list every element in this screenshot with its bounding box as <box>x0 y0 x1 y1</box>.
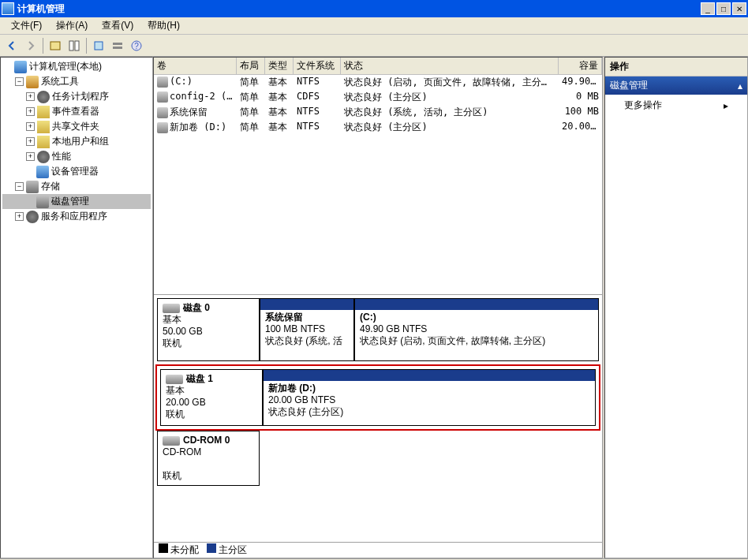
part-status: 状态良好 (系统, 活 <box>265 335 349 347</box>
menu-action[interactable]: 操作(A) <box>50 18 94 33</box>
vol-fs: NTFS <box>294 105 341 120</box>
menu-file[interactable]: 文件(F) <box>5 18 48 33</box>
partition-system-reserved[interactable]: 系统保留 100 MB NTFS 状态良好 (系统, 活 <box>260 298 354 361</box>
expand-icon[interactable]: + <box>26 122 35 131</box>
tree-label: 服务和应用程序 <box>41 210 107 223</box>
tree-disk-management[interactable]: 磁盘管理 <box>2 194 151 209</box>
partition-bar <box>264 370 595 381</box>
tree-device-manager[interactable]: 设备管理器 <box>2 164 151 179</box>
volume-icon <box>157 122 168 133</box>
col-layout[interactable]: 布局 <box>237 58 265 74</box>
disk-title: 磁盘 1 <box>186 373 213 384</box>
collapse-icon[interactable]: − <box>15 182 24 191</box>
disk-row-cdrom[interactable]: CD-ROM 0 CD-ROM 联机 <box>157 431 599 486</box>
event-icon <box>37 106 50 118</box>
col-type[interactable]: 类型 <box>265 58 294 74</box>
disk-graphical-view[interactable]: 磁盘 0 基本 50.00 GB 联机 系统保留 100 MB NTFS 状态良… <box>154 294 602 542</box>
vol-capacity: 100 MB <box>559 105 602 120</box>
expand-icon[interactable]: + <box>26 137 35 146</box>
toolbar-btn-2[interactable] <box>65 37 83 54</box>
maximize-button[interactable]: □ <box>716 2 731 15</box>
volume-row[interactable]: (C:) 简单 基本 NTFS 状态良好 (启动, 页面文件, 故障转储, 主分… <box>154 75 602 90</box>
tree-task-scheduler[interactable]: +任务计划程序 <box>2 89 151 104</box>
menu-help[interactable]: 帮助(H) <box>141 18 186 33</box>
nav-tree[interactable]: 计算机管理(本地) −系统工具 +任务计划程序 +事件查看器 +共享文件夹 +本… <box>0 57 153 558</box>
col-capacity[interactable]: 容量 <box>559 58 602 74</box>
vol-capacity: 49.90 GB <box>559 75 602 90</box>
tree-storage[interactable]: −存储 <box>2 179 151 194</box>
svg-rect-4 <box>113 43 122 45</box>
minimize-button[interactable]: _ <box>701 2 715 15</box>
vol-layout: 简单 <box>237 90 265 105</box>
part-size: 100 MB NTFS <box>265 323 349 335</box>
tree-label: 共享文件夹 <box>52 120 99 133</box>
expand-icon[interactable]: + <box>26 92 35 101</box>
device-icon <box>36 166 49 178</box>
vol-type: 基本 <box>265 90 294 105</box>
part-size: 49.90 GB NTFS <box>360 323 593 335</box>
menu-view[interactable]: 查看(V) <box>95 18 140 33</box>
part-title: (C:) <box>360 312 593 323</box>
tools-icon <box>26 76 39 88</box>
forward-button[interactable] <box>22 37 39 54</box>
vol-status: 状态良好 (主分区) <box>341 120 559 135</box>
partition-bar <box>355 299 598 310</box>
vol-status: 状态良好 (启动, 页面文件, 故障转储, 主分区) <box>341 75 559 90</box>
vol-name: (C:) <box>170 76 193 87</box>
vol-type: 基本 <box>265 120 294 135</box>
tree-system-tools[interactable]: −系统工具 <box>2 74 151 89</box>
legend-swatch-primary <box>207 543 216 553</box>
svg-rect-1 <box>69 41 73 50</box>
col-volume[interactable]: 卷 <box>154 58 237 74</box>
tree-label: 存储 <box>41 180 60 193</box>
tree-label: 性能 <box>52 150 71 163</box>
disk-row-1[interactable]: 磁盘 1 基本 20.00 GB 联机 新加卷 (D:) 20.00 GB NT… <box>157 366 599 429</box>
expand-icon[interactable]: + <box>26 107 35 116</box>
disk-state: 联机 <box>166 409 257 420</box>
volume-icon <box>157 91 168 103</box>
svg-text:?: ? <box>134 42 139 50</box>
expand-icon[interactable]: + <box>15 212 24 221</box>
volume-row[interactable]: 新加卷 (D:) 简单 基本 NTFS 状态良好 (主分区) 20.00 GB <box>154 120 602 135</box>
disk-size: 20.00 GB <box>166 397 257 409</box>
volume-row[interactable]: 系统保留 简单 基本 NTFS 状态良好 (系统, 活动, 主分区) 100 M… <box>154 105 602 120</box>
col-filesystem[interactable]: 文件系统 <box>294 58 341 74</box>
actions-pane: 操作 磁盘管理 ▴ 更多操作 ▸ <box>604 57 748 558</box>
tree-label: 设备管理器 <box>51 165 99 178</box>
back-button[interactable] <box>3 37 21 54</box>
disk-basic: 基本 <box>163 314 254 326</box>
tree-local-users[interactable]: +本地用户和组 <box>2 134 151 149</box>
storage-icon <box>26 181 39 193</box>
disk-sub: CD-ROM <box>163 446 254 458</box>
actions-more[interactable]: 更多操作 ▸ <box>605 95 747 116</box>
tree-shared-folders[interactable]: +共享文件夹 <box>2 119 151 134</box>
disk-size: 50.00 GB <box>163 326 254 338</box>
disk-basic: 基本 <box>166 385 257 397</box>
expand-icon[interactable]: + <box>26 152 35 161</box>
toolbar-separator <box>86 38 87 54</box>
partition-c[interactable]: (C:) 49.90 GB NTFS 状态良好 (启动, 页面文件, 故障转储,… <box>354 298 599 361</box>
partition-d[interactable]: 新加卷 (D:) 20.00 GB NTFS 状态良好 (主分区) <box>263 369 596 426</box>
disk-row-0[interactable]: 磁盘 0 基本 50.00 GB 联机 系统保留 100 MB NTFS 状态良… <box>157 298 599 361</box>
volume-icon <box>157 77 168 88</box>
tree-root[interactable]: 计算机管理(本地) <box>2 59 151 74</box>
perf-icon <box>37 151 50 163</box>
volume-row[interactable]: config-2 (Z:) 简单 基本 CDFS 状态良好 (主分区) 0 MB <box>154 90 602 105</box>
users-icon <box>37 136 50 148</box>
tree-services[interactable]: +服务和应用程序 <box>2 209 151 224</box>
refresh-button[interactable] <box>90 37 107 54</box>
vol-capacity: 20.00 GB <box>559 120 602 135</box>
tree-event-viewer[interactable]: +事件查看器 <box>2 104 151 119</box>
toolbar-btn-4[interactable] <box>109 37 126 54</box>
tree-performance[interactable]: +性能 <box>2 149 151 164</box>
toolbar: ? <box>0 35 748 57</box>
legend-unallocated: 未分配 <box>170 544 199 555</box>
up-button[interactable] <box>47 37 64 54</box>
help-button[interactable]: ? <box>128 37 145 54</box>
close-button[interactable]: ✕ <box>732 2 746 15</box>
collapse-icon[interactable]: − <box>15 77 24 86</box>
col-status[interactable]: 状态 <box>341 58 559 74</box>
computer-icon <box>14 61 27 73</box>
actions-section[interactable]: 磁盘管理 ▴ <box>605 77 747 95</box>
volume-list[interactable]: 卷 布局 类型 文件系统 状态 容量 (C:) 简单 基本 NTFS 状态良好 … <box>154 58 602 294</box>
